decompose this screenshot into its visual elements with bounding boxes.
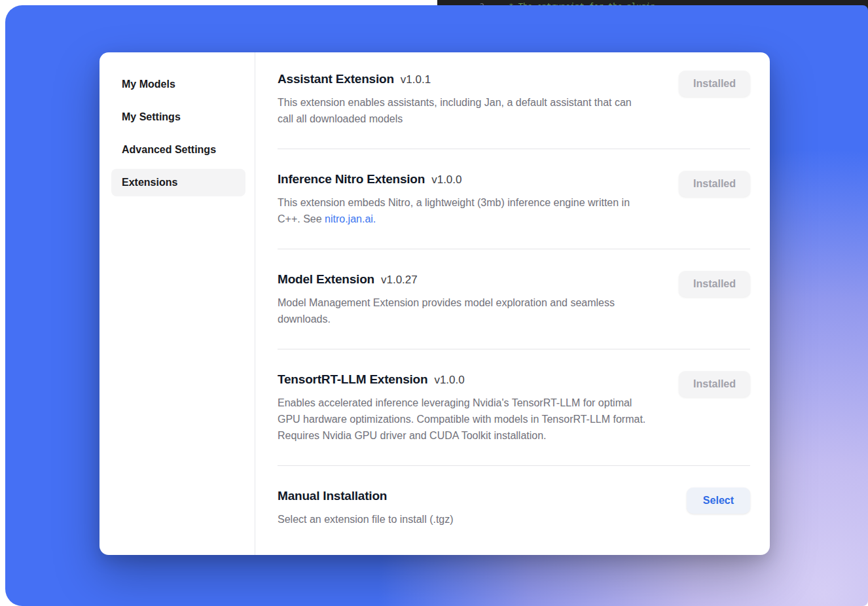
extension-version: v1.0.0 <box>434 374 464 387</box>
extension-version: v1.0.1 <box>401 73 431 86</box>
extension-version: v1.0.0 <box>431 173 461 187</box>
extension-title-row: TensortRT-LLM Extension v1.0.0 <box>278 371 655 388</box>
select-file-button[interactable]: Select <box>687 488 750 514</box>
extension-title-row: Manual Installation <box>278 488 663 505</box>
extension-item-assistant: Assistant Extension v1.0.1 This extensio… <box>278 71 750 127</box>
divider <box>278 349 750 349</box>
extension-description: Enables accelerated inference leveraging… <box>278 395 647 444</box>
installed-button[interactable]: Installed <box>679 271 750 297</box>
extension-item-model: Model Extension v1.0.27 Model Management… <box>278 271 750 327</box>
extension-description: This extension enables assistants, inclu… <box>278 94 647 127</box>
manual-installation-title: Manual Installation <box>278 488 387 505</box>
sidebar-item-extensions[interactable]: Extensions <box>111 169 245 196</box>
sidebar-item-my-models[interactable]: My Models <box>111 71 245 98</box>
extension-title-row: Assistant Extension v1.0.1 <box>278 71 655 88</box>
installed-button[interactable]: Installed <box>679 371 750 397</box>
sidebar-item-my-settings[interactable]: My Settings <box>111 103 245 131</box>
extension-info: TensortRT-LLM Extension v1.0.0 Enables a… <box>278 371 679 444</box>
divider <box>278 249 750 249</box>
settings-modal: My Models My Settings Advanced Settings … <box>99 52 770 555</box>
divider <box>278 465 750 466</box>
extension-version: v1.0.27 <box>381 274 418 287</box>
nitro-jan-ai-link[interactable]: nitro.jan.ai. <box>325 213 376 224</box>
sidebar-item-advanced-settings[interactable]: Advanced Settings <box>111 136 245 164</box>
extension-info: Assistant Extension v1.0.1 This extensio… <box>278 71 679 127</box>
extension-name: Inference Nitro Extension <box>278 171 425 188</box>
extension-name: TensortRT-LLM Extension <box>278 371 427 388</box>
extension-description: Model Management Extension provides mode… <box>278 294 647 327</box>
extension-item-tensorrt: TensortRT-LLM Extension v1.0.0 Enables a… <box>278 371 750 444</box>
divider <box>278 149 750 149</box>
installed-button[interactable]: Installed <box>679 71 750 97</box>
settings-sidebar: My Models My Settings Advanced Settings … <box>99 52 255 555</box>
extension-name: Assistant Extension <box>278 71 394 88</box>
manual-installation-description: Select an extension file to install (.tg… <box>278 511 647 527</box>
extension-item-nitro: Inference Nitro Extension v1.0.0 This ex… <box>278 171 750 227</box>
extension-title-row: Inference Nitro Extension v1.0.0 <box>278 171 655 188</box>
extension-info: Manual Installation Select an extension … <box>278 488 687 527</box>
extension-name: Model Extension <box>278 271 374 288</box>
manual-installation-row: Manual Installation Select an extension … <box>278 488 750 527</box>
extension-description: This extension embeds Nitro, a lightweig… <box>278 194 647 227</box>
extension-info: Model Extension v1.0.27 Model Management… <box>278 271 679 327</box>
extensions-list: Assistant Extension v1.0.1 This extensio… <box>255 52 770 555</box>
installed-button[interactable]: Installed <box>679 171 750 197</box>
extension-info: Inference Nitro Extension v1.0.0 This ex… <box>278 171 679 227</box>
extension-title-row: Model Extension v1.0.27 <box>278 271 655 288</box>
